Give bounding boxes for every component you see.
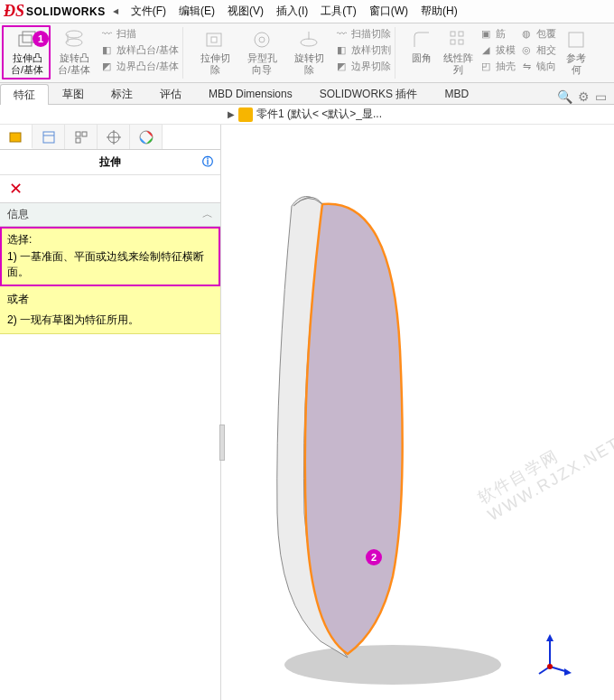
pm-tab-properties[interactable] xyxy=(33,125,65,149)
mirror-icon: ⇋ xyxy=(519,59,534,73)
cmd-extrude-cut[interactable]: 拉伸切 除 xyxy=(191,23,238,82)
shell-icon: ◰ xyxy=(479,59,493,73)
svg-rect-10 xyxy=(459,32,463,36)
svg-rect-19 xyxy=(76,138,80,143)
sweep-cut-icon: 〰 xyxy=(334,26,349,41)
extrude-cut-icon xyxy=(202,27,228,52)
pm-info-or-text: 2) 一现有草图为特征所用。 xyxy=(7,313,213,328)
menu-view[interactable]: 视图(V) xyxy=(222,4,269,19)
cmd-reference-geom[interactable]: 参考 何 xyxy=(558,23,594,82)
menu-help[interactable]: 帮助(H) xyxy=(415,4,463,19)
cmd-hole-wizard[interactable]: 异型孔 向导 xyxy=(238,23,285,82)
wrap-icon: ◍ xyxy=(519,26,534,41)
pm-collapse-icon[interactable]: ︿ xyxy=(202,207,213,222)
cmd-wrap[interactable]: ◍包覆 xyxy=(519,25,556,42)
cmd-intersect[interactable]: ◎相交 xyxy=(519,42,556,58)
svg-rect-15 xyxy=(43,132,54,143)
part-icon xyxy=(238,107,253,122)
tab-mbd[interactable]: MBD xyxy=(431,83,482,104)
sweep-icon: 〰 xyxy=(99,26,114,41)
model-body xyxy=(221,125,614,700)
cmd-draft[interactable]: ◢拔模 xyxy=(479,42,516,58)
cmd-revolve-cut[interactable]: 旋转切 除 xyxy=(285,23,332,82)
crumb-part-name[interactable]: 零件1 (默认< <默认>_显... xyxy=(256,107,382,122)
expand-icon[interactable]: ▭ xyxy=(595,89,607,104)
tab-annotate[interactable]: 标注 xyxy=(98,83,146,104)
loft-icon: ◧ xyxy=(99,42,114,57)
menu-file[interactable]: 文件(F) xyxy=(126,4,172,19)
search-icon[interactable]: 🔍 xyxy=(557,89,572,104)
pm-info-or-label: 或者 xyxy=(7,292,213,307)
svg-rect-14 xyxy=(10,133,21,142)
loft-cut-icon: ◧ xyxy=(334,42,349,57)
svg-rect-5 xyxy=(211,37,217,42)
tab-features[interactable]: 特征 xyxy=(0,84,49,105)
graphics-viewport[interactable]: 凸台-拉伸1 2 软件自学网 WWW.RJZX.NET xyxy=(221,125,614,700)
fillet-icon xyxy=(409,27,434,52)
pm-info-block-1: 选择: 1) 一基准面、平面或边线来绘制特征横断面。 xyxy=(0,227,220,286)
annotation-bubble-1: 1 xyxy=(33,31,49,47)
svg-point-3 xyxy=(66,31,82,38)
svg-point-2 xyxy=(66,39,82,46)
linear-pattern-icon xyxy=(446,27,471,52)
revolve-boss-icon xyxy=(61,27,87,52)
cmd-shell[interactable]: ◰抽壳 xyxy=(479,58,516,74)
svg-rect-12 xyxy=(459,40,463,44)
svg-rect-18 xyxy=(82,132,87,136)
svg-rect-11 xyxy=(451,40,455,44)
logo-ds-icon: ÐS xyxy=(4,2,24,21)
menu-insert[interactable]: 插入(I) xyxy=(271,4,313,19)
svg-point-7 xyxy=(259,37,265,42)
menu-edit[interactable]: 编辑(E) xyxy=(173,4,220,19)
svg-rect-9 xyxy=(451,32,455,36)
cmd-boundary-cut[interactable]: ◩边界切除 xyxy=(334,58,391,74)
app-logo: ÐS SOLIDWORKS xyxy=(4,2,106,21)
tab-evaluate[interactable]: 评估 xyxy=(146,83,195,104)
pm-info-block-2: 或者 2) 一现有草图为特征所用。 xyxy=(0,286,220,334)
crumb-arrow-icon[interactable]: ▶ xyxy=(228,109,235,119)
intersect-icon: ◎ xyxy=(519,42,534,57)
menu-tools[interactable]: 工具(T) xyxy=(315,4,361,19)
pm-title: 拉伸 xyxy=(99,154,121,170)
draft-icon: ◢ xyxy=(479,42,493,57)
cmd-linear-pattern[interactable]: 线性阵 列 xyxy=(440,23,477,82)
pm-info-select-label: 选择: xyxy=(7,232,213,247)
options-icon[interactable]: ⚙ xyxy=(578,89,590,104)
boundary-cut-icon: ◩ xyxy=(334,59,349,73)
cmd-loft-cut[interactable]: ◧放样切割 xyxy=(334,42,391,58)
reference-geom-icon xyxy=(563,27,589,52)
pm-help-icon[interactable]: ⓘ xyxy=(202,154,213,170)
tab-sw-addins[interactable]: SOLIDWORKS 插件 xyxy=(306,83,432,104)
pm-info-header: 信息 xyxy=(7,207,29,222)
svg-point-24 xyxy=(284,645,501,685)
svg-rect-13 xyxy=(569,33,583,47)
cmd-loft[interactable]: ◧放样凸台/基体 xyxy=(99,42,179,58)
cmd-rib[interactable]: ▣筋 xyxy=(479,25,516,42)
cmd-boundary[interactable]: ◩边界凸台/基体 xyxy=(99,58,179,74)
boundary-icon: ◩ xyxy=(99,59,114,73)
cmd-sweep[interactable]: 〰扫描 xyxy=(99,25,179,42)
menu-dropdown-icon[interactable]: ◀ xyxy=(113,7,118,15)
pm-cancel-button[interactable]: ✕ xyxy=(0,175,220,202)
splitter-handle[interactable] xyxy=(219,425,225,461)
tab-sketch[interactable]: 草图 xyxy=(49,83,98,104)
pm-tab-appearance[interactable] xyxy=(130,125,163,149)
pm-tab-dimxpert[interactable] xyxy=(98,125,130,149)
annotation-bubble-2: 2 xyxy=(366,549,382,565)
cmd-revolve-boss[interactable]: 旋转凸 台/基体 xyxy=(51,23,98,82)
svg-point-8 xyxy=(301,39,317,46)
cmd-mirror[interactable]: ⇋镜向 xyxy=(519,58,556,74)
menu-window[interactable]: 窗口(W) xyxy=(364,4,414,19)
revolve-cut-icon xyxy=(296,27,321,52)
svg-point-6 xyxy=(255,33,269,47)
pm-info-select-text: 1) 一基准面、平面或边线来绘制特征横断面。 xyxy=(7,249,213,280)
cmd-fillet[interactable]: 圆角 xyxy=(404,23,440,82)
cmd-sweep-cut[interactable]: 〰扫描切除 xyxy=(334,25,391,42)
rib-icon: ▣ xyxy=(479,26,493,41)
pm-tab-config[interactable] xyxy=(65,125,98,149)
svg-rect-17 xyxy=(76,132,80,136)
pm-tab-feature[interactable] xyxy=(0,125,33,149)
tab-mbd-dim[interactable]: MBD Dimensions xyxy=(195,83,306,104)
hole-wizard-icon xyxy=(249,27,274,52)
